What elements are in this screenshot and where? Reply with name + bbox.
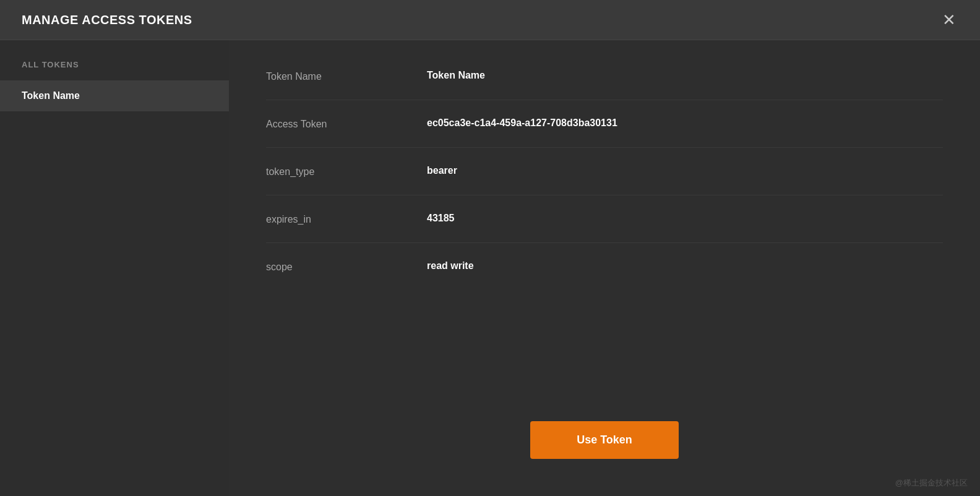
watermark: @稀土掘金技术社区 xyxy=(895,477,968,489)
detail-row: Access Tokenec05ca3e-c1a4-459a-a127-708d… xyxy=(266,100,943,148)
detail-row: Token NameToken Name xyxy=(266,53,943,100)
detail-value: read write xyxy=(427,260,943,272)
dialog-body: ALL TOKENS Token Name Token NameToken Na… xyxy=(0,40,980,496)
detail-label: token_type xyxy=(266,165,427,177)
detail-label: Access Token xyxy=(266,118,427,130)
sidebar-item-token-name[interactable]: Token Name xyxy=(0,80,229,111)
dialog-title: MANAGE ACCESS TOKENS xyxy=(22,13,192,27)
detail-value: ec05ca3e-c1a4-459a-a127-708d3ba30131 xyxy=(427,118,943,129)
use-token-area: Use Token xyxy=(266,396,943,496)
detail-value: Token Name xyxy=(427,70,943,81)
close-button[interactable]: ✕ xyxy=(940,12,958,28)
detail-label: expires_in xyxy=(266,213,427,225)
detail-label: Token Name xyxy=(266,70,427,82)
detail-row: expires_in43185 xyxy=(266,195,943,243)
detail-row: token_typebearer xyxy=(266,148,943,195)
detail-label: scope xyxy=(266,260,427,273)
sidebar-section-label: ALL TOKENS xyxy=(0,46,229,80)
use-token-button[interactable]: Use Token xyxy=(530,421,679,459)
sidebar: ALL TOKENS Token Name xyxy=(0,40,229,496)
detail-row: scoperead write xyxy=(266,243,943,290)
detail-value: 43185 xyxy=(427,213,943,224)
main-content: Token NameToken NameAccess Tokenec05ca3e… xyxy=(229,40,980,496)
token-details: Token NameToken NameAccess Tokenec05ca3e… xyxy=(266,40,943,396)
detail-value: bearer xyxy=(427,165,943,176)
dialog-header: MANAGE ACCESS TOKENS ✕ xyxy=(0,0,980,40)
manage-access-tokens-dialog: MANAGE ACCESS TOKENS ✕ ALL TOKENS Token … xyxy=(0,0,980,496)
